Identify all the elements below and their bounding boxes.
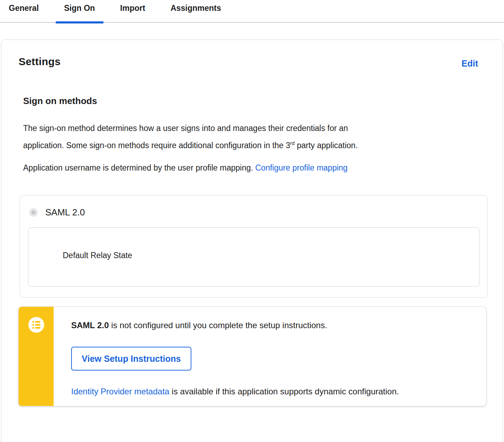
callout-body: SAML 2.0 is not configured until you com… xyxy=(54,307,486,406)
saml-setup-callout: SAML 2.0 is not configured until you com… xyxy=(18,306,486,406)
saml-method-box: SAML 2.0 Default Relay State xyxy=(20,195,488,298)
sign-on-description: The sign-on method determines how a user… xyxy=(23,120,482,154)
tab-assignments[interactable]: Assignments xyxy=(170,0,221,23)
description-line2: application. Some sign-on methods requir… xyxy=(23,137,482,154)
tab-import[interactable]: Import xyxy=(120,0,145,23)
description-line2-post: party application. xyxy=(295,141,358,150)
metadata-line: Identity Provider metadata is available … xyxy=(71,386,472,397)
edit-link[interactable]: Edit xyxy=(462,58,478,69)
saml-radio-label: SAML 2.0 xyxy=(45,207,85,218)
callout-message-strong: SAML 2.0 xyxy=(71,320,109,330)
callout-warning-strip xyxy=(19,307,54,406)
username-mapping-line: Application username is determined by th… xyxy=(23,162,482,174)
metadata-line-rest: is available if this application support… xyxy=(169,387,399,396)
settings-card: Settings Edit Sign on methods The sign-o… xyxy=(1,40,503,442)
default-relay-state-label: Default Relay State xyxy=(28,228,479,260)
tab-sign-on[interactable]: Sign On xyxy=(64,0,95,23)
identity-provider-metadata-link[interactable]: Identity Provider metadata xyxy=(71,387,169,396)
configure-profile-mapping-link[interactable]: Configure profile mapping xyxy=(255,163,347,172)
setup-instructions-list-icon xyxy=(28,317,44,333)
callout-message-rest: is not configured until you complete the… xyxy=(109,320,327,330)
sign-on-methods-heading: Sign on methods xyxy=(23,96,503,106)
description-superscript: rd xyxy=(290,140,294,146)
description-line1: The sign-on method determines how a user… xyxy=(23,120,482,137)
username-mapping-text: Application username is determined by th… xyxy=(23,163,255,172)
callout-message: SAML 2.0 is not configured until you com… xyxy=(71,319,472,331)
saml-options-box: Default Relay State xyxy=(28,227,479,286)
description-line2-pre: application. Some sign-on methods requir… xyxy=(23,141,290,150)
saml-radio-button[interactable] xyxy=(29,208,38,216)
app-tabbar: General Sign On Import Assignments xyxy=(0,0,504,23)
tab-general[interactable]: General xyxy=(9,0,39,23)
settings-title: Settings xyxy=(19,56,503,68)
view-setup-instructions-button[interactable]: View Setup Instructions xyxy=(71,347,191,371)
saml-radio-row: SAML 2.0 xyxy=(20,195,487,218)
